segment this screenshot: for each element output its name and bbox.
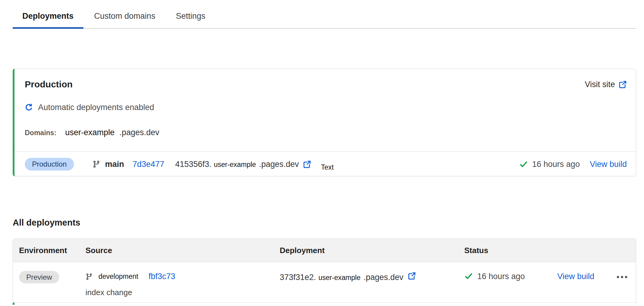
table-row: Preview development fbf3c73 index change… (13, 262, 636, 303)
view-build-link[interactable]: View build (557, 272, 594, 281)
column-header-status: Status (458, 246, 551, 255)
tab-bar: Deployments Custom domains Settings (13, 0, 636, 29)
external-link-icon[interactable] (408, 272, 416, 280)
column-header-deployment: Deployment (274, 246, 458, 255)
commit-link[interactable]: fbf3c73 (149, 272, 175, 281)
deployment-url: 415356f3. user-example .pages.dev (175, 160, 299, 169)
all-deployments-heading: All deployments (13, 218, 636, 228)
commit-link[interactable]: 7d3e477 (133, 160, 164, 169)
deployments-table-header: Environment Source Deployment Status (13, 239, 636, 262)
production-card: Production Visit site Automa (13, 69, 636, 176)
production-card-header: Production Visit site (25, 79, 627, 90)
deployment-note: Text (321, 163, 333, 171)
status-cell: 16 hours ago (458, 262, 551, 302)
environment-cell: Preview (13, 262, 79, 302)
source-branch-line: development fbf3c73 (85, 272, 274, 281)
deployments-table: Environment Source Deployment Status Pre… (13, 239, 636, 305)
domains-row: Domains: user-example .pages.dev (25, 128, 627, 137)
check-icon (464, 272, 473, 281)
tab-settings[interactable]: Settings (166, 9, 215, 28)
deployment-time: 16 hours ago (532, 160, 580, 169)
next-row-accent (13, 303, 636, 305)
visit-site-label: Visit site (585, 80, 615, 89)
production-card-title: Production (25, 79, 72, 90)
deployment-cell: 373f31e2. user-example .pages.dev (274, 262, 458, 302)
tab-deployments[interactable]: Deployments (13, 9, 83, 28)
deployment-url: 373f31e2. user-example .pages.dev (280, 272, 458, 282)
check-icon (519, 160, 528, 169)
source-cell: development fbf3c73 index change (79, 262, 274, 302)
git-branch-icon (85, 273, 93, 280)
more-options-icon[interactable]: ••• (610, 262, 636, 302)
pages-project-view: Deployments Custom domains Settings Prod… (0, 0, 644, 305)
deployment-url-name: user-example (214, 161, 256, 169)
auto-deployments-text: Automatic deployments enabled (38, 103, 154, 112)
commit-message: index change (85, 288, 274, 297)
deployment-url-prefix: 373f31e2. (280, 273, 316, 282)
deployment-url-suffix: .pages.dev (259, 160, 299, 169)
deployment-url-suffix: .pages.dev (363, 273, 403, 282)
deployment-url-prefix: 415356f3. (175, 160, 211, 169)
external-link-icon[interactable] (303, 160, 311, 168)
refresh-icon (25, 103, 33, 112)
branch-name: main (105, 160, 124, 169)
domain-name: user-example (65, 128, 115, 137)
production-deployment-row: Production main 7d3e477 415356f3. user-e… (25, 151, 627, 177)
tab-custom-domains[interactable]: Custom domains (85, 9, 165, 28)
git-branch-icon (92, 160, 100, 168)
environment-badge-production: Production (25, 158, 74, 171)
visit-site-link[interactable]: Visit site (585, 80, 627, 89)
column-header-environment: Environment (13, 246, 79, 255)
deployment-time: 16 hours ago (477, 272, 525, 281)
environment-badge-preview: Preview (19, 271, 59, 283)
view-build-link[interactable]: View build (590, 160, 627, 169)
deployment-status-group: 16 hours ago View build (519, 160, 627, 169)
deployment-url-name: user-example (318, 274, 360, 282)
domains-label: Domains: (25, 129, 56, 137)
external-link-icon (619, 80, 627, 89)
column-header-source: Source (79, 246, 274, 255)
view-build-cell: View build (551, 262, 610, 302)
auto-deployments-status: Automatic deployments enabled (25, 103, 627, 112)
domain-suffix: .pages.dev (119, 128, 159, 137)
branch-name: development (98, 272, 138, 281)
